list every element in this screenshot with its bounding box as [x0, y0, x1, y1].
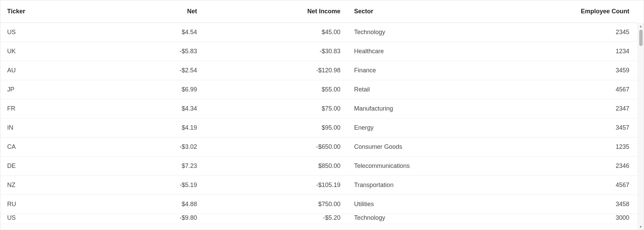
header-sector[interactable]: Sector [347, 8, 515, 15]
cell-ticker: IN [0, 124, 89, 131]
cell-sector: Energy [347, 124, 515, 131]
header-net[interactable]: Net [89, 8, 204, 15]
table-row[interactable]: US $4.54 $45.00 Technology 2345 [0, 23, 638, 42]
cell-sector: Consumer Goods [347, 143, 515, 150]
cell-ticker: UK [0, 48, 89, 55]
cell-net-income: -$650.00 [204, 143, 347, 150]
cell-ticker: DE [0, 162, 89, 170]
cell-sector: Utilities [347, 201, 515, 208]
cell-sector: Transportation [347, 182, 515, 189]
cell-net-income: -$120.98 [204, 67, 347, 74]
cell-employee-count: 1235 [515, 143, 638, 150]
cell-net: -$2.54 [89, 67, 204, 74]
table-row[interactable]: FR $4.34 $75.00 Manufacturing 2347 [0, 99, 638, 118]
cell-employee-count: 3458 [515, 201, 638, 208]
table-row[interactable]: UK -$5.83 -$30.83 Healthcare 1234 [0, 42, 638, 61]
cell-net-income: $75.00 [204, 105, 347, 112]
cell-net: -$9.80 [89, 214, 204, 224]
cell-employee-count: 3459 [515, 67, 638, 74]
cell-employee-count: 4567 [515, 182, 638, 189]
header-employee-count[interactable]: Employee Count [515, 8, 638, 15]
cell-employee-count: 2346 [515, 162, 638, 170]
table-row[interactable]: IN $4.19 $95.00 Energy 3457 [0, 118, 638, 138]
cell-employee-count: 2345 [515, 29, 638, 36]
cell-ticker: FR [0, 105, 89, 112]
cell-net-income: $55.00 [204, 86, 347, 93]
table-row[interactable]: NZ -$5.19 -$105.19 Transportation 4567 [0, 176, 638, 195]
table-row[interactable]: DE $7.23 $850.00 Telecommunications 2346 [0, 157, 638, 176]
cell-net: -$3.02 [89, 143, 204, 150]
cell-net-income: -$5.20 [204, 214, 347, 224]
table-row[interactable]: RU $4.88 $750.00 Utilities 3458 [0, 195, 638, 214]
cell-ticker: AU [0, 67, 89, 74]
scrollbar-track-inner[interactable] [638, 29, 644, 224]
cell-employee-count: 3000 [515, 214, 638, 224]
cell-sector: Healthcare [347, 48, 515, 55]
cell-ticker: NZ [0, 182, 89, 189]
header-row: Ticker Net Net Income Sector Employee Co… [0, 0, 638, 23]
cell-ticker: US [0, 29, 89, 36]
cell-net: $4.54 [89, 29, 204, 36]
cell-net: $4.19 [89, 124, 204, 131]
cell-net: -$5.83 [89, 48, 204, 55]
scrollbar-thumb[interactable] [639, 30, 643, 46]
cell-net: $4.34 [89, 105, 204, 112]
cell-sector: Manufacturing [347, 105, 515, 112]
cell-employee-count: 4567 [515, 86, 638, 93]
cell-employee-count: 2347 [515, 105, 638, 112]
cell-net-income: $45.00 [204, 29, 347, 36]
cell-net-income: -$30.83 [204, 48, 347, 55]
header-net-income[interactable]: Net Income [204, 8, 347, 15]
cell-sector: Finance [347, 67, 515, 74]
cell-net-income: -$105.19 [204, 182, 347, 189]
cell-employee-count: 3457 [515, 124, 638, 131]
cell-net: $4.88 [89, 201, 204, 208]
table-row[interactable]: AU -$2.54 -$120.98 Finance 3459 [0, 61, 638, 80]
cell-sector: Retail [347, 86, 515, 93]
cell-ticker: CA [0, 143, 89, 150]
scroll-up-arrow-icon[interactable]: ▲ [638, 23, 644, 29]
cell-net: $6.99 [89, 86, 204, 93]
table-row[interactable]: CA -$3.02 -$650.00 Consumer Goods 1235 [0, 138, 638, 157]
table-row[interactable]: JP $6.99 $55.00 Retail 4567 [0, 80, 638, 99]
cell-net-income: $95.00 [204, 124, 347, 131]
cell-sector: Telecommunications [347, 162, 515, 170]
cell-sector: Technology [347, 29, 515, 36]
table-row[interactable]: US -$9.80 -$5.20 Technology 3000 [0, 214, 638, 224]
data-grid: Ticker Net Net Income Sector Employee Co… [0, 0, 644, 230]
cell-net-income: $850.00 [204, 162, 347, 170]
grid-body: US $4.54 $45.00 Technology 2345 UK -$5.8… [0, 23, 638, 230]
cell-net: $7.23 [89, 162, 204, 170]
header-ticker[interactable]: Ticker [0, 8, 89, 15]
cell-ticker: RU [0, 201, 89, 208]
cell-ticker: JP [0, 86, 89, 93]
vertical-scrollbar[interactable]: ▲ ▼ [638, 23, 644, 230]
cell-employee-count: 1234 [515, 48, 638, 55]
scroll-down-arrow-icon[interactable]: ▼ [638, 224, 644, 230]
cell-ticker: US [0, 214, 89, 224]
cell-net: -$5.19 [89, 182, 204, 189]
cell-sector: Technology [347, 214, 515, 224]
cell-net-income: $750.00 [204, 201, 347, 208]
